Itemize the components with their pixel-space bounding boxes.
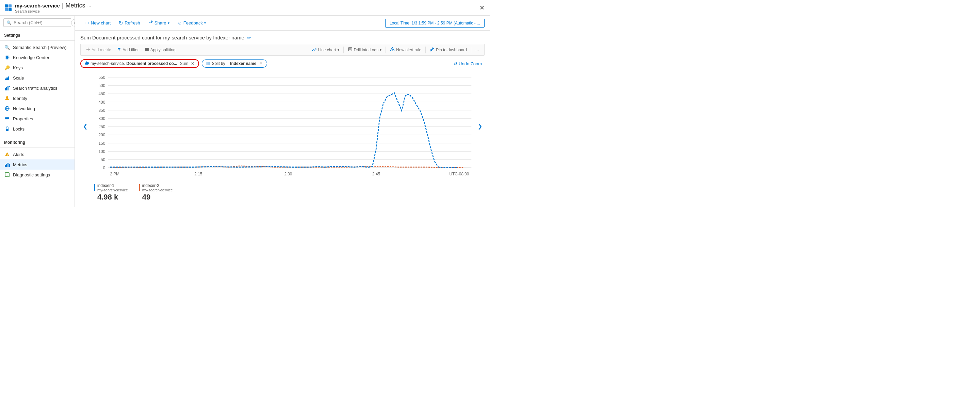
sidebar-collapse-button[interactable]: « bbox=[71, 19, 75, 27]
chart-title-row: Sum Document processed count for my-sear… bbox=[80, 35, 485, 40]
sidebar-item-scale[interactable]: Scale bbox=[0, 73, 75, 83]
new-alert-rule-button[interactable]: New alert rule bbox=[387, 46, 424, 54]
svg-rect-8 bbox=[5, 88, 6, 90]
line-chart-dropdown-icon: ▾ bbox=[337, 48, 339, 52]
page-title: Metrics bbox=[65, 2, 85, 9]
metric-chip[interactable]: my-search-service. Document processed co… bbox=[80, 59, 199, 68]
svg-rect-3 bbox=[8, 8, 11, 11]
settings-section-label: Settings bbox=[0, 30, 75, 39]
svg-text:UTC-08:00: UTC-08:00 bbox=[450, 171, 469, 176]
networking-icon bbox=[4, 105, 10, 111]
refresh-icon: ↻ bbox=[119, 20, 123, 26]
svg-rect-20 bbox=[5, 165, 6, 167]
svg-text:150: 150 bbox=[99, 141, 105, 146]
pin-to-dashboard-button[interactable]: Pin to dashboard bbox=[427, 46, 469, 54]
sidebar-item-diagnostic-settings[interactable]: Diagnostic settings bbox=[0, 170, 75, 180]
svg-point-37 bbox=[392, 50, 393, 51]
new-chart-icon: + bbox=[84, 21, 86, 25]
header-ellipsis[interactable]: ··· bbox=[87, 3, 91, 8]
service-name: my-search-service bbox=[15, 3, 60, 8]
chart-edit-icon[interactable]: ✏ bbox=[247, 35, 251, 40]
split-chip-close[interactable]: ✕ bbox=[259, 61, 263, 66]
line-chart-button[interactable]: Line chart ▾ bbox=[309, 46, 342, 54]
new-chart-button[interactable]: + + New chart bbox=[80, 19, 114, 27]
svg-text:500: 500 bbox=[99, 83, 105, 88]
metric-chip-agg: Sum bbox=[180, 61, 189, 66]
sidebar-item-label: Metrics bbox=[13, 162, 27, 167]
sidebar-item-label: Scale bbox=[13, 75, 24, 81]
sidebar-search-container[interactable]: 🔍 bbox=[3, 18, 71, 27]
indexer1-value: 4.98 k bbox=[94, 193, 128, 201]
close-button[interactable]: ✕ bbox=[478, 3, 486, 13]
sidebar-item-label: Knowledge Center bbox=[13, 55, 49, 60]
add-metric-button[interactable]: Add metric bbox=[83, 46, 114, 54]
line-chart-label: Line chart bbox=[318, 48, 336, 52]
feedback-button[interactable]: ☺ Feedback ▾ bbox=[174, 19, 209, 27]
svg-text:2 PM: 2 PM bbox=[110, 171, 119, 176]
sidebar-item-keys[interactable]: 🔑 Keys bbox=[0, 63, 75, 73]
settings-divider bbox=[0, 40, 75, 41]
sidebar-item-semantic-search[interactable]: 🔍 Semantic Search (Preview) bbox=[0, 42, 75, 52]
svg-text:50: 50 bbox=[101, 157, 105, 162]
knowledge-center-icon bbox=[4, 54, 10, 60]
scale-icon bbox=[4, 75, 10, 81]
monitoring-section-label: Monitoring bbox=[0, 136, 75, 146]
chart-title: Sum Document processed count for my-sear… bbox=[80, 35, 244, 40]
filter-chips-row: my-search-service. Document processed co… bbox=[80, 59, 485, 68]
sidebar-item-alerts[interactable]: ! Alerts bbox=[0, 149, 75, 159]
metric-chip-cloud-icon bbox=[84, 61, 89, 66]
sidebar-item-knowledge-center[interactable]: Knowledge Center bbox=[0, 52, 75, 63]
svg-rect-27 bbox=[6, 176, 7, 176]
metric-chip-service: my-search-service. bbox=[91, 61, 125, 66]
add-metric-icon bbox=[86, 47, 90, 52]
svg-rect-21 bbox=[6, 164, 7, 167]
svg-rect-25 bbox=[6, 174, 8, 174]
chart-nav-right[interactable]: ❯ bbox=[475, 122, 485, 131]
search-input[interactable] bbox=[14, 20, 68, 25]
svg-rect-15 bbox=[5, 117, 9, 117]
share-button[interactable]: Share ▾ bbox=[145, 18, 173, 27]
svg-rect-31 bbox=[148, 48, 149, 51]
svg-text:450: 450 bbox=[99, 92, 105, 96]
add-filter-button[interactable]: Add filter bbox=[115, 46, 141, 54]
refresh-button[interactable]: ↻ Refresh bbox=[115, 18, 143, 28]
undo-zoom-button[interactable]: ↺ Undo Zoom bbox=[451, 60, 485, 68]
split-chip-icon bbox=[205, 61, 210, 66]
new-alert-label: New alert rule bbox=[396, 48, 421, 52]
locks-icon bbox=[4, 126, 10, 132]
sidebar-item-properties[interactable]: Properties bbox=[0, 114, 75, 124]
apply-splitting-button[interactable]: Apply splitting bbox=[142, 46, 178, 54]
svg-point-11 bbox=[6, 96, 8, 98]
indexer2-service: my-search-service bbox=[142, 188, 173, 192]
svg-line-38 bbox=[430, 50, 431, 51]
svg-rect-40 bbox=[207, 62, 208, 65]
drill-logs-dropdown-icon: ▾ bbox=[380, 48, 382, 52]
sidebar-item-identity[interactable]: Identity bbox=[0, 93, 75, 103]
feedback-icon: ☺ bbox=[178, 21, 182, 25]
chart-svg: 550 500 450 400 350 300 250 200 150 100 … bbox=[90, 71, 475, 181]
metric-chip-close[interactable]: ✕ bbox=[190, 61, 195, 66]
diagnostic-icon bbox=[4, 172, 10, 178]
svg-rect-2 bbox=[5, 8, 8, 11]
sidebar-item-label: Diagnostic settings bbox=[13, 172, 50, 178]
time-range-button[interactable]: Local Time: 1/3 1:59 PM - 2:59 PM (Autom… bbox=[385, 19, 485, 27]
service-subtitle: Search service bbox=[15, 9, 91, 13]
drill-logs-label: Drill into Logs bbox=[354, 48, 379, 52]
sidebar-item-label: Alerts bbox=[13, 152, 24, 157]
sidebar-item-metrics[interactable]: Metrics bbox=[0, 159, 75, 170]
svg-rect-17 bbox=[5, 120, 8, 121]
app-logo bbox=[4, 4, 12, 12]
sidebar-item-search-traffic-analytics[interactable]: Search traffic analytics bbox=[0, 83, 75, 93]
sidebar-item-networking[interactable]: Networking bbox=[0, 103, 75, 114]
svg-text:0: 0 bbox=[103, 165, 105, 170]
drill-into-logs-button[interactable]: Drill into Logs ▾ bbox=[345, 46, 385, 54]
split-chip[interactable]: Split by = Indexer name ✕ bbox=[202, 59, 267, 68]
svg-text:200: 200 bbox=[99, 133, 105, 137]
svg-rect-26 bbox=[6, 175, 8, 175]
chart-nav-left[interactable]: ❮ bbox=[80, 122, 90, 131]
sidebar-item-locks[interactable]: Locks bbox=[0, 124, 75, 134]
more-options-button[interactable]: ··· bbox=[473, 46, 482, 54]
svg-text:2:15: 2:15 bbox=[194, 171, 202, 176]
share-dropdown-icon: ▾ bbox=[168, 21, 169, 25]
legend-item-indexer1: indexer-1 my-search-service 4.98 k bbox=[94, 183, 128, 201]
